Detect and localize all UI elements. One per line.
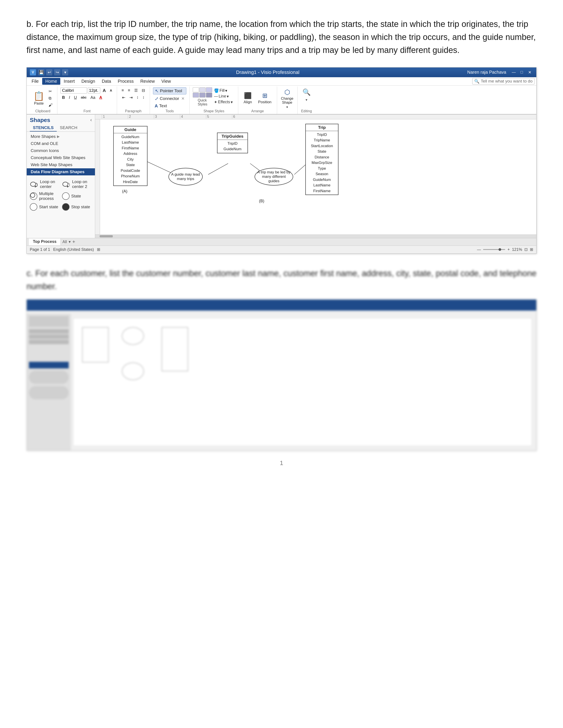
bullets-button[interactable]: ☰ bbox=[133, 87, 139, 94]
effects-button[interactable]: ✦ Effects ▾ bbox=[214, 100, 233, 105]
common-icons-item[interactable]: Common Icons bbox=[27, 147, 95, 154]
underline-button[interactable]: U bbox=[72, 95, 78, 101]
zoom-thumb[interactable] bbox=[499, 248, 501, 251]
com-ole-item[interactable]: COM and OLE bbox=[27, 140, 95, 147]
italic-button[interactable]: I bbox=[67, 95, 71, 101]
quick-style-swatch-2[interactable] bbox=[199, 87, 205, 92]
menu-design[interactable]: Design bbox=[78, 78, 98, 85]
menu-view[interactable]: View bbox=[158, 78, 174, 85]
oval-trip-many-guides[interactable]: A trip may be led by many different guid… bbox=[254, 168, 293, 186]
menu-data[interactable]: Data bbox=[99, 78, 114, 85]
menu-file[interactable]: File bbox=[28, 78, 42, 85]
quick-style-swatch-6[interactable] bbox=[206, 93, 212, 98]
more-shapes-item[interactable]: More Shapes ▶ bbox=[27, 133, 95, 140]
shape-loop-center[interactable]: Loop oncenter bbox=[30, 179, 60, 189]
cut-button[interactable]: ✂ bbox=[47, 88, 54, 94]
quick-style-swatch-4[interactable] bbox=[193, 93, 199, 98]
more-shapes-label: More Shapes bbox=[31, 134, 56, 139]
canvas-area[interactable]: Guide GuideNumLastNameFirstNameAddressCi… bbox=[100, 119, 536, 235]
position-button[interactable]: ⊞ Position bbox=[256, 91, 273, 105]
search-editing-icon: 🔍 bbox=[303, 88, 311, 96]
maximize-button[interactable]: □ bbox=[518, 69, 525, 75]
fill-button[interactable]: 🪣 Fill ▾ bbox=[214, 88, 233, 93]
ruler-mark-2: 2 bbox=[128, 115, 154, 119]
shape-multiple-process[interactable]: Multipleprocess bbox=[30, 191, 60, 201]
minus-zoom-button[interactable]: — bbox=[477, 247, 481, 252]
change-shape-button[interactable]: ⬡ ChangeShape ▾ bbox=[280, 87, 294, 110]
ruler-top: 1 2 3 4 5 6 bbox=[95, 114, 536, 119]
quick-style-swatch-3[interactable] bbox=[206, 87, 212, 92]
customize-button[interactable]: ▾ bbox=[62, 69, 68, 75]
oval-guide-many-trips[interactable]: A guide may lead many trips bbox=[168, 168, 203, 186]
decrease-spacing-button[interactable]: ↕ bbox=[141, 94, 146, 100]
quick-style-swatch-1[interactable] bbox=[193, 87, 199, 92]
shape-loop-center2[interactable]: Loop oncenter 2 bbox=[62, 179, 92, 189]
save-button[interactable]: 💾 bbox=[38, 69, 44, 75]
tab-bar: Top Process All ▾ + bbox=[27, 238, 536, 246]
strikethrough-button[interactable]: abc bbox=[79, 95, 88, 100]
shape-start-state[interactable]: Start state bbox=[30, 203, 60, 211]
tab-stencils[interactable]: STENCILS bbox=[30, 124, 57, 131]
tab-dropdown[interactable]: All bbox=[61, 239, 69, 245]
tab-search[interactable]: SEARCH bbox=[57, 124, 80, 131]
search-placeholder: Tell me what you want to do bbox=[481, 79, 533, 84]
full-screen-button[interactable]: ⊞ bbox=[530, 247, 533, 252]
close-button[interactable]: ✕ bbox=[526, 69, 533, 75]
line-button[interactable]: — Line ▾ bbox=[214, 94, 233, 99]
conceptual-web-item[interactable]: Conceptual Web Site Shapes bbox=[27, 154, 95, 161]
increase-spacing-button[interactable]: ↕ bbox=[135, 94, 140, 100]
stop-state-icon bbox=[62, 203, 70, 211]
canvas-hscroll[interactable] bbox=[95, 235, 536, 238]
minimize-button[interactable]: — bbox=[510, 69, 517, 75]
pointer-tool-button[interactable]: ↖ Pointer Tool bbox=[153, 87, 186, 94]
redo-button[interactable]: ↪ bbox=[54, 69, 60, 75]
ribbon-group-tools: ↖ Pointer Tool ⤢ Connector ✕ A Text Tool… bbox=[150, 86, 190, 114]
web-site-map-item[interactable]: Web Site Map Shapes bbox=[27, 161, 95, 168]
align-center-button[interactable]: ≡ bbox=[126, 87, 132, 93]
ribbon-group-font: A A B I U abc Aa A Font bbox=[57, 86, 117, 114]
sidebar-collapse-button[interactable]: ‹ bbox=[90, 117, 92, 123]
line-icon: — bbox=[214, 94, 218, 99]
top-process-tab[interactable]: Top Process bbox=[29, 238, 61, 245]
add-page-button[interactable]: + bbox=[71, 238, 77, 245]
paste-button[interactable]: 📋 Paste bbox=[32, 90, 46, 107]
menu-insert[interactable]: Insert bbox=[61, 78, 78, 85]
para-expand-button[interactable]: ⊟ bbox=[140, 87, 147, 94]
align-left-button[interactable]: ≡ bbox=[120, 87, 126, 93]
font-grow-button[interactable]: A bbox=[101, 87, 107, 94]
hscroll-thumb[interactable] bbox=[100, 235, 113, 237]
menu-review[interactable]: Review bbox=[137, 78, 158, 85]
copy-button[interactable]: ⧉ bbox=[47, 95, 54, 101]
indent-button[interactable]: ⇤ bbox=[120, 94, 127, 101]
trip-entity[interactable]: Trip TripIDTripNameStartLocationStateDis… bbox=[305, 124, 339, 195]
connector-tool-button[interactable]: ⤢ Connector ✕ bbox=[153, 95, 186, 102]
menu-search[interactable]: 🔍 Tell me what you want to do bbox=[472, 78, 535, 84]
align-button[interactable]: ⬛ Align bbox=[241, 91, 254, 105]
shape-state[interactable]: State bbox=[62, 191, 92, 201]
bold-button[interactable]: B bbox=[60, 95, 66, 101]
zoom-slider[interactable] bbox=[483, 249, 505, 250]
start-state-label: Start state bbox=[39, 205, 58, 209]
tripguides-entity[interactable]: TripGuides TripIDGuideNum bbox=[217, 133, 248, 153]
menu-home[interactable]: Home bbox=[42, 78, 60, 85]
common-icons-label: Common Icons bbox=[31, 148, 59, 153]
font-color-button[interactable]: A bbox=[98, 95, 104, 101]
undo-button[interactable]: ↩ bbox=[46, 69, 52, 75]
data-flow-section[interactable]: Data Flow Diagram Shapes bbox=[27, 168, 95, 175]
text-tool-button[interactable]: A Text bbox=[153, 103, 186, 109]
plus-zoom-button[interactable]: + bbox=[507, 247, 510, 252]
menu-process[interactable]: Process bbox=[115, 78, 137, 85]
font-shrink-button[interactable]: A bbox=[108, 88, 113, 93]
fit-page-button[interactable]: ⊡ bbox=[524, 247, 528, 252]
shape-stop-state[interactable]: Stop state bbox=[62, 203, 92, 211]
font-size-input[interactable] bbox=[88, 87, 100, 94]
find-button[interactable]: 🔍 bbox=[301, 87, 313, 97]
quick-style-swatch-5[interactable] bbox=[199, 93, 205, 98]
outdent-button[interactable]: ⇥ bbox=[128, 94, 134, 101]
language: English (United States) bbox=[53, 247, 94, 252]
format-painter-button[interactable]: 🖌 bbox=[47, 102, 54, 108]
font-name-input[interactable] bbox=[60, 87, 87, 94]
aa-button[interactable]: Aa bbox=[89, 95, 97, 101]
tab-dropdown-arrow[interactable]: ▾ bbox=[69, 239, 71, 244]
guide-entity[interactable]: Guide GuideNumLastNameFirstNameAddressCi… bbox=[113, 126, 147, 186]
